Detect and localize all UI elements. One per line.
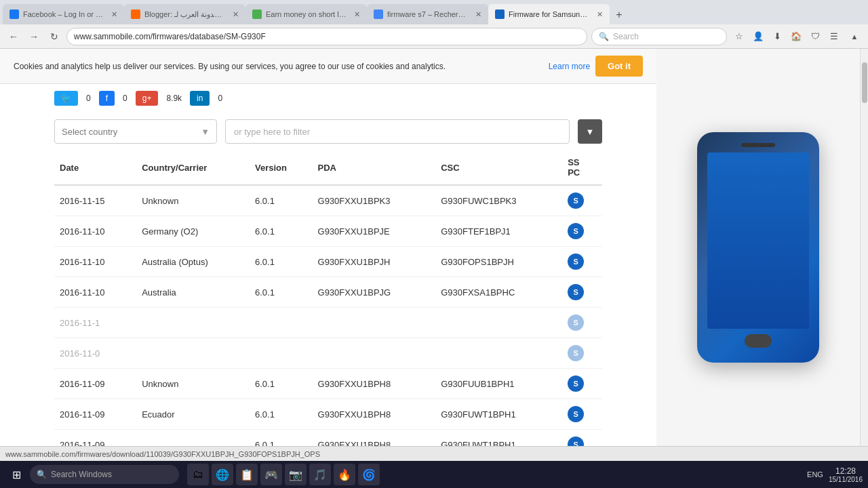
tab-close-google[interactable]: ✕ — [475, 10, 481, 19]
table-row: 2016-11-1S — [54, 308, 602, 338]
menu-icon[interactable]: ☰ — [826, 28, 842, 45]
bookmark-icon[interactable]: ☆ — [731, 28, 747, 45]
samsung-download-icon[interactable]: S — [568, 192, 584, 209]
taskbar-app-8[interactable]: 🌀 — [358, 464, 380, 485]
samsung-download-icon[interactable]: S — [568, 345, 584, 361]
taskbar-app-4[interactable]: 🎮 — [260, 464, 282, 485]
cell-icon[interactable]: S — [562, 399, 602, 430]
cell-4: G930FUWT1BPH1 — [435, 430, 562, 447]
cell-1: Unknown — [136, 185, 250, 216]
facebook-share-button[interactable]: f — [99, 91, 115, 106]
tab-label-fb: Facebook – Log In or Sign ... — [23, 10, 104, 18]
cell-3: G930FXXU1BPH8 — [313, 430, 436, 447]
taskbar-app-2[interactable]: 🌐 — [212, 464, 233, 485]
firmware-table: Date Country/Carrier Version PDA CSC SSP… — [54, 150, 602, 446]
tab-blogger[interactable]: Blogger: مدونة العرب لـ .... ✕ — [124, 4, 245, 24]
home-icon[interactable]: 🏠 — [788, 28, 804, 45]
tab-close-earn[interactable]: ✕ — [354, 10, 360, 19]
linkedin-share-button[interactable]: in — [190, 91, 210, 106]
cell-icon[interactable]: S — [562, 369, 602, 399]
linkedin-count: 0 — [218, 94, 222, 103]
samsung-download-icon[interactable]: S — [568, 314, 584, 331]
samsung-download-icon[interactable]: S — [568, 223, 584, 239]
table-row: 2016-11-10Australia6.0.1G930FXXU1BPJGG93… — [54, 277, 602, 308]
address-bar: ← → ↻ www.sammobile.com/firmwares/databa… — [0, 24, 868, 49]
taskbar-app-6[interactable]: 🎵 — [309, 464, 331, 485]
cell-0: 2016-11-1 — [54, 308, 136, 338]
refresh-button[interactable]: ↻ — [46, 28, 62, 45]
cell-icon[interactable]: S — [562, 277, 602, 308]
forward-button[interactable]: → — [26, 28, 42, 45]
table-row: 2016-11-15Unknown6.0.1G930FXXU1BPK3G930F… — [54, 185, 602, 216]
taskbar-app-1[interactable]: 🗂 — [187, 464, 209, 485]
table-row: 2016-11-0S — [54, 338, 602, 369]
phone-home-button — [745, 334, 772, 348]
cell-icon[interactable]: S — [562, 308, 602, 338]
googleplus-share-button[interactable]: g+ — [136, 91, 159, 106]
windows-search-placeholder: Search Windows — [51, 470, 112, 479]
cookie-banner: Cookies and analytics help us deliver ou… — [0, 49, 656, 84]
favicon-sammo — [495, 9, 505, 19]
windows-taskbar: ⊞ 🔍 Search Windows 🗂 🌐 📋 🎮 📷 🎵 🔥 🌀 ENG 1… — [0, 461, 868, 488]
favicon-bl — [131, 9, 140, 19]
taskbar-app-5[interactable]: 📷 — [285, 464, 307, 485]
new-tab-button[interactable]: + — [610, 5, 629, 24]
cell-icon[interactable]: S — [562, 185, 602, 216]
cell-4: G930FUUB1BPH1 — [435, 369, 562, 399]
tab-close-fb[interactable]: ✕ — [111, 10, 117, 19]
tab-close-sammo[interactable]: ✕ — [597, 10, 603, 19]
taskbar-app-3[interactable]: 📋 — [236, 464, 258, 485]
scrollbar-thumb[interactable] — [862, 62, 867, 103]
cell-0: 2016-11-10 — [54, 247, 136, 277]
cell-2: 6.0.1 — [250, 247, 313, 277]
cell-icon[interactable]: S — [562, 247, 602, 277]
cell-1 — [136, 430, 250, 447]
cell-icon[interactable]: S — [562, 338, 602, 369]
filter-text-input[interactable]: or type here to filter — [225, 119, 570, 144]
browser-frame: Facebook – Log In or Sign ... ✕ Blogger:… — [0, 0, 868, 488]
cell-0: 2016-11-09 — [54, 399, 136, 430]
col-header-sspc: SSPC — [562, 150, 602, 185]
cell-icon[interactable]: S — [562, 430, 602, 447]
scrollbar[interactable] — [860, 49, 868, 446]
tab-google[interactable]: firmware s7 – Recherche G... ✕ — [367, 4, 488, 24]
twitter-share-button[interactable]: 🐦 — [54, 91, 78, 106]
got-it-button[interactable]: Got it — [595, 56, 643, 77]
table-row: 2016-11-096.0.1G930FXXU1BPH8G930FUWT1BPH… — [54, 430, 602, 447]
country-select-dropdown[interactable]: Select country ▼ — [54, 119, 217, 144]
scroll-up-button[interactable]: ▲ — [846, 28, 863, 45]
table-row: 2016-11-09Unknown6.0.1G930FXXU1BPH8G930F… — [54, 369, 602, 399]
taskbar-app-7[interactable]: 🔥 — [334, 464, 355, 485]
status-bar: www.sammobile.com/firmwares/download/110… — [0, 446, 868, 461]
table-header-row: Date Country/Carrier Version PDA CSC SSP… — [54, 150, 602, 185]
samsung-download-icon[interactable]: S — [568, 375, 584, 392]
cell-2 — [250, 308, 313, 338]
user-icon[interactable]: 👤 — [750, 28, 766, 45]
url-bar[interactable]: www.sammobile.com/firmwares/database/SM-… — [66, 28, 587, 45]
samsung-download-icon[interactable]: S — [568, 253, 584, 270]
clock-time: 12:28 — [829, 466, 863, 476]
cell-0: 2016-11-10 — [54, 216, 136, 247]
back-button[interactable]: ← — [5, 28, 22, 45]
cell-3: G930FXXU1BPH8 — [313, 399, 436, 430]
samsung-download-icon[interactable]: S — [568, 436, 584, 446]
samsung-download-icon[interactable]: S — [568, 406, 584, 422]
tab-earn[interactable]: Earn money on short links.... ✕ — [245, 4, 367, 24]
shield-icon[interactable]: 🛡 — [807, 28, 823, 45]
download-icon[interactable]: ⬇ — [769, 28, 785, 45]
filter-icon-button[interactable]: ▼ — [578, 119, 602, 144]
tab-close-bl[interactable]: ✕ — [233, 10, 239, 19]
windows-start-button[interactable]: ⊞ — [5, 464, 27, 485]
cell-1: Germany (O2) — [136, 216, 250, 247]
col-header-csc: CSC — [435, 150, 562, 185]
windows-search-box[interactable]: 🔍 Search Windows — [30, 465, 179, 484]
tab-sammobile[interactable]: Firmware for Samsung SM... ✕ — [488, 4, 610, 24]
browser-search-box[interactable]: 🔍 Search — [591, 28, 727, 45]
samsung-download-icon[interactable]: S — [568, 284, 584, 300]
url-text: www.sammobile.com/firmwares/database/SM-… — [74, 32, 266, 41]
cell-icon[interactable]: S — [562, 216, 602, 247]
phone-image — [697, 132, 819, 363]
cookie-learn-more-link[interactable]: Learn more — [549, 62, 590, 71]
cell-3: G930FXXU1BPH8 — [313, 369, 436, 399]
tab-facebook[interactable]: Facebook – Log In or Sign ... ✕ — [3, 4, 124, 24]
